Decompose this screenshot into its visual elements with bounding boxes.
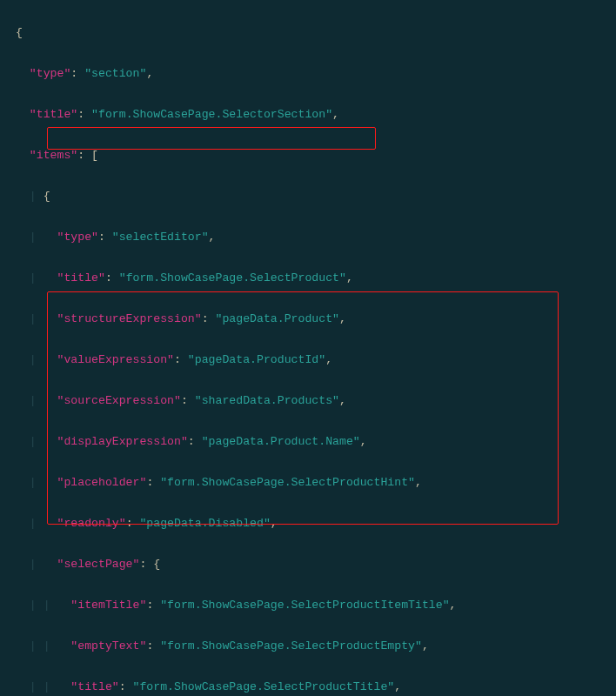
- code-line: | | "emptyText": "form.ShowCasePage.Sele…: [0, 636, 616, 657]
- code-line: | "valueExpression": "pageData.ProductId…: [0, 350, 616, 371]
- code-line: | | "title": "form.ShowCasePage.SelectPr…: [0, 677, 616, 697]
- code-block: { "type": "section", "title": "form.Show…: [0, 2, 616, 696]
- code-line: | "displayExpression": "pageData.Product…: [0, 432, 616, 452]
- code-line: | {: [0, 186, 616, 207]
- code-line: | "selectPage": {: [0, 554, 616, 575]
- code-line: | "structureExpression": "pageData.Produ…: [0, 309, 616, 330]
- code-line: | "title": "form.ShowCasePage.SelectProd…: [0, 268, 616, 289]
- code-line: | "type": "selectEditor",: [0, 227, 616, 248]
- brace: {: [16, 26, 23, 39]
- code-line: "items": [: [0, 145, 616, 166]
- code-line: "title": "form.ShowCasePage.SelectorSect…: [0, 104, 616, 125]
- code-line: | "sourceExpression": "sharedData.Produc…: [0, 391, 616, 412]
- code-line: | | "itemTitle": "form.ShowCasePage.Sele…: [0, 595, 616, 616]
- code-line: {: [0, 23, 616, 44]
- code-line: "type": "section",: [0, 64, 616, 84]
- code-line: | "placeholder": "form.ShowCasePage.Sele…: [0, 472, 616, 493]
- code-line: | "readonly": "pageData.Disabled",: [0, 513, 616, 534]
